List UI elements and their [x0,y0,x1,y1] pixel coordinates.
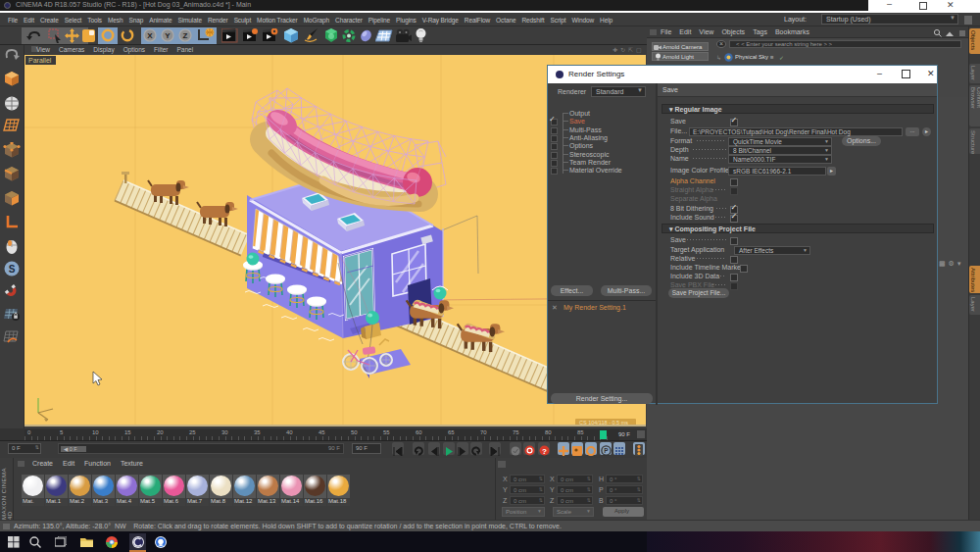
svg-text:CS 104/118 - 0.5 ms: CS 104/118 - 0.5 ms [579,420,628,426]
svg-text:?: ? [542,447,547,456]
svg-text:P: P [604,447,609,454]
svg-text:Z: Z [183,31,188,40]
svg-text:X: X [147,31,153,40]
svg-text:Y: Y [165,31,171,40]
svg-text:S: S [9,264,16,275]
svg-text:Parallel: Parallel [28,57,52,64]
